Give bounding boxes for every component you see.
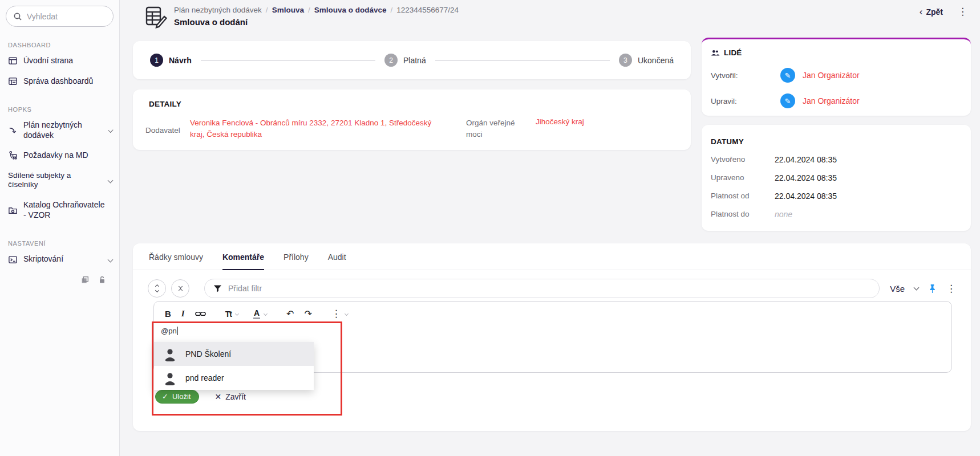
tab-prilohy[interactable]: Přílohy [284, 253, 309, 270]
breadcrumb: Plán nezbytných dodávek / Smlouva / Smlo… [174, 6, 459, 14]
save-button[interactable]: ✓ Uložit [155, 390, 199, 404]
tab-bar: Řádky smlouvy Komentáře Přílohy Audit [133, 243, 971, 270]
created-by-value-link[interactable]: Jan Organizátor [803, 71, 860, 80]
breadcrumb-item-link[interactable]: Smlouva o dodávce [314, 6, 387, 14]
created-by-label: Vytvořil: [711, 71, 780, 80]
mention-query-text: @pn [161, 327, 177, 335]
sidebar-item-pozadavky-na-md[interactable]: Požadavky na MD [0, 145, 119, 166]
date-row: Platnost od 22.04.2024 08:35 [711, 192, 971, 201]
date-value: 22.04.2024 08:35 [775, 155, 837, 164]
date-value: 22.04.2024 08:35 [775, 192, 837, 201]
dashboard-icon [8, 56, 18, 66]
filter-row: Vše ⋮ [133, 279, 971, 298]
tab-komentare[interactable]: Komentáře [222, 253, 264, 270]
more-tools-icon[interactable]: ⋮ [331, 309, 341, 319]
tab-radky-smlouvy[interactable]: Řádky smlouvy [149, 253, 203, 270]
undo-button[interactable]: ↶ [286, 308, 294, 319]
sidebar-item-label: Úvodní strana [23, 56, 73, 66]
date-row: Vytvořeno 22.04.2024 08:35 [711, 155, 971, 164]
redo-button[interactable]: ↷ [304, 308, 311, 319]
search-input[interactable] [27, 12, 106, 21]
close-label: Zavřít [225, 392, 246, 401]
supplier-label: Dodavatel [145, 126, 185, 135]
step-connector [201, 60, 375, 61]
bold-button[interactable]: B [165, 309, 171, 319]
chevron-down-icon[interactable] [235, 312, 239, 316]
sidebar-item-sprava-dashboardu[interactable]: Správa dashboardů [0, 71, 119, 92]
sidebar-item-label: Správa dashboardů [23, 76, 93, 87]
step-label: Ukončená [638, 56, 674, 65]
sidebar-item-katalog-ochranovatele[interactable]: Katalog Ochraňovatele - VZOR [0, 195, 119, 225]
copy-icon[interactable] [80, 275, 90, 284]
step-ukoncena: 3 Ukončená [619, 54, 674, 67]
sidebar-item-skriptovani[interactable]: Skriptování [0, 249, 119, 270]
text-color-button[interactable]: A [253, 308, 260, 319]
sidebar-item-uvodni-strana[interactable]: Úvodní strana [0, 51, 119, 71]
link-button[interactable] [195, 310, 206, 317]
sidebar-item-sdilene-subjekty[interactable]: Sdílené subjekty a číselníky [0, 166, 119, 196]
step-connector [435, 60, 610, 61]
date-label: Platnost od [711, 192, 775, 201]
sidebar-utility-bar [0, 270, 119, 284]
step-number: 2 [384, 54, 398, 67]
filter-input-pill[interactable] [204, 279, 880, 298]
breadcrumb-separator: / [266, 6, 268, 14]
mention-option[interactable]: PND Školení [154, 342, 314, 366]
details-row: Dodavatel Veronika Fenclová - Obránců mí… [149, 117, 691, 140]
supplier-value-link[interactable]: Veronika Fenclová - Obránců míru 2332, 2… [190, 117, 446, 140]
back-button[interactable]: ‹ Zpět [920, 7, 943, 17]
header-actions: ‹ Zpět ⋮ [920, 7, 967, 17]
text-format-button[interactable]: Tt [225, 310, 232, 319]
close-button[interactable]: ✕ Zavřít [214, 392, 246, 401]
people-icon [711, 49, 720, 57]
pencil-icon: ✎ [785, 97, 791, 105]
editor-toolbar: B I Tt A ↶ ↷ ⋮ [154, 302, 951, 319]
folder-gear-icon [8, 205, 18, 215]
editor-actions: ✓ Uložit ✕ Zavřít [155, 390, 971, 404]
chevron-down-icon [108, 128, 113, 133]
edit-pencil-avatar-icon[interactable]: ✎ [780, 68, 795, 83]
italic-button[interactable]: I [181, 309, 185, 319]
date-value-empty: none [775, 210, 792, 219]
mention-option[interactable]: pnd reader [154, 366, 314, 390]
search-icon [13, 12, 22, 21]
chevron-down-icon [155, 288, 159, 292]
step-label: Návrh [169, 56, 192, 65]
updated-by-row: Upravil: ✎ Jan Organizátor [711, 93, 971, 108]
tab-audit[interactable]: Audit [328, 253, 346, 270]
view-selector[interactable]: Vše [890, 284, 905, 294]
sidebar-search[interactable] [6, 6, 114, 27]
updated-by-value-link[interactable]: Jan Organizátor [803, 96, 860, 105]
chevron-left-icon: ‹ [920, 7, 923, 17]
dates-panel: DATUMY Vytvořeno 22.04.2024 08:35 Uprave… [702, 125, 971, 231]
sidebar-section-nastaveni: NASTAVENÍ [8, 240, 119, 247]
comment-text[interactable]: @pn [161, 327, 178, 335]
dates-title: DATUMY [711, 137, 971, 146]
chevron-down-icon[interactable] [264, 312, 268, 316]
people-panel: LIDÉ Vytvořil: ✎ Jan Organizátor Upravil… [702, 38, 971, 116]
sidebar-item-plan-nezbytnych-dodavek[interactable]: Plán nezbytných dodávek [0, 115, 119, 145]
chevron-down-icon[interactable] [345, 312, 349, 316]
kebab-menu-icon[interactable]: ⋮ [946, 284, 956, 294]
chevron-down-icon [108, 177, 114, 183]
mention-option-name: PND Školení [185, 349, 231, 359]
unlock-icon[interactable] [98, 275, 107, 284]
breadcrumb-item-link[interactable]: Smlouva [272, 6, 304, 14]
user-avatar-icon [162, 370, 178, 386]
check-icon: ✓ [162, 392, 168, 401]
back-label: Zpět [926, 7, 943, 17]
chevron-down-icon[interactable] [914, 284, 920, 290]
sidebar-item-label: Plán nezbytných dodávek [23, 120, 103, 140]
kebab-menu-icon[interactable]: ⋮ [958, 7, 967, 17]
pin-icon[interactable] [928, 284, 937, 294]
step-number: 1 [150, 54, 163, 67]
step-navrh: 1 Návrh [150, 54, 192, 67]
expand-all-button[interactable] [148, 279, 166, 298]
redirect-arrow-icon [8, 125, 18, 135]
comment-editor[interactable]: B I Tt A ↶ ↷ ⋮ [153, 301, 952, 373]
filter-input[interactable] [228, 284, 870, 293]
authority-value-link[interactable]: Jihočeský kraj [536, 117, 584, 126]
page-title: Smlouva o dodání [174, 17, 248, 27]
collapse-all-button[interactable] [171, 279, 189, 298]
edit-pencil-avatar-icon[interactable]: ✎ [780, 93, 795, 108]
